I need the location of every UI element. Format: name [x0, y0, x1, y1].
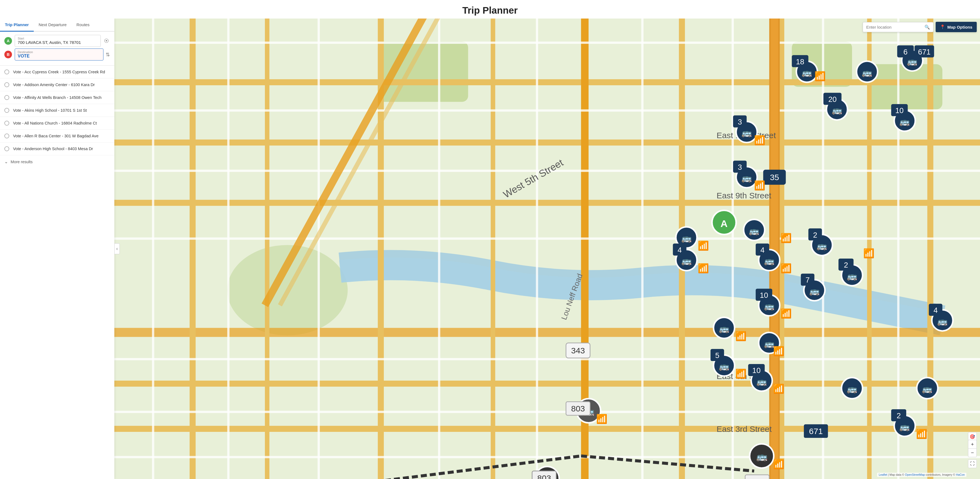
collapse-panel-button[interactable]: ‹ — [115, 243, 120, 254]
svg-text:2: 2 — [844, 261, 848, 269]
location-search-box[interactable]: 🔍 — [863, 22, 934, 32]
svg-text:🚌: 🚌 — [922, 384, 932, 394]
svg-text:📶: 📶 — [698, 263, 709, 274]
svg-rect-26 — [115, 456, 980, 458]
svg-rect-28 — [227, 19, 229, 479]
svg-text:📶: 📶 — [916, 429, 928, 439]
page-title: Trip Planner — [0, 5, 980, 16]
destination-field[interactable]: Destination VOTE — [15, 48, 103, 61]
svg-text:📶: 📶 — [735, 368, 747, 379]
swap-button[interactable]: ⇅ — [106, 51, 110, 58]
result-item[interactable]: Vote - Anderson High School - 8403 Mesa … — [0, 142, 115, 155]
map-background[interactable]: West 5th Street East 10th Street East 9t… — [115, 19, 980, 479]
svg-rect-23 — [115, 238, 980, 240]
destination-value: VOTE — [18, 54, 30, 58]
map-fullscreen-button[interactable]: ⛶ — [968, 459, 977, 468]
svg-text:5: 5 — [715, 351, 719, 360]
svg-text:🚌: 🚌 — [719, 361, 729, 371]
result-text: Vote - Affinity At Wells Branch - 14508 … — [13, 95, 102, 100]
svg-text:📶: 📶 — [754, 180, 765, 191]
svg-text:🚌: 🚌 — [937, 316, 948, 326]
map-attribution: Leaflet | Map data © OpenStreetMap contr… — [877, 473, 966, 477]
svg-text:📶: 📶 — [780, 263, 792, 274]
tab-routes[interactable]: Routes — [72, 19, 94, 32]
svg-rect-7 — [115, 200, 980, 206]
planner-form: A Start 700 LAVACA ST, Austin, TX 78701 … — [0, 32, 115, 65]
start-field[interactable]: Start 700 LAVACA ST, Austin, TX 78701 — [15, 35, 101, 47]
svg-text:A: A — [721, 218, 728, 229]
svg-text:📶: 📶 — [863, 248, 875, 259]
result-item[interactable]: Vote - Addison Amenity Center - 6100 Kar… — [0, 78, 115, 91]
svg-text:📶: 📶 — [780, 233, 792, 244]
map-svg: West 5th Street East 10th Street East 9t… — [115, 19, 980, 479]
svg-rect-5 — [115, 79, 980, 85]
destination-field-row: B Destination VOTE ⇅ — [4, 48, 110, 61]
svg-text:🚌: 🚌 — [681, 233, 692, 243]
result-item[interactable]: Vote - All Nations Church - 16804 Radhol… — [0, 117, 115, 130]
locate-me-button[interactable]: ⦿ — [103, 37, 110, 45]
destination-label: Destination — [18, 50, 100, 54]
svg-text:📶: 📶 — [735, 331, 747, 342]
svg-rect-0 — [115, 19, 980, 479]
location-search-input[interactable] — [866, 25, 923, 29]
map-options-icon: 📍 — [940, 24, 945, 29]
svg-rect-21 — [115, 109, 980, 112]
svg-text:📶: 📶 — [773, 346, 784, 357]
svg-text:4: 4 — [760, 246, 764, 254]
svg-text:2: 2 — [813, 231, 817, 239]
map-options-button[interactable]: 📍 Map Options — [935, 22, 977, 32]
hacon-link[interactable]: HaCon — [956, 473, 965, 476]
svg-text:🚌: 🚌 — [741, 128, 752, 138]
svg-text:671: 671 — [918, 48, 931, 56]
marker-a: A — [4, 37, 12, 45]
tab-next-departure[interactable]: Next Departure — [34, 19, 72, 32]
svg-text:📶: 📶 — [773, 383, 784, 394]
svg-text:🚌: 🚌 — [899, 117, 910, 127]
svg-rect-31 — [536, 19, 538, 479]
result-radio — [4, 121, 9, 126]
svg-text:4: 4 — [678, 246, 682, 254]
svg-text:10: 10 — [895, 106, 904, 115]
svg-text:🚌: 🚌 — [847, 384, 857, 394]
svg-text:🚌: 🚌 — [749, 226, 759, 236]
leaflet-link[interactable]: Leaflet — [879, 473, 887, 476]
start-label: Start — [18, 37, 98, 40]
start-value: 700 LAVACA ST, Austin, TX 78701 — [18, 40, 81, 45]
svg-rect-19 — [927, 19, 933, 479]
svg-text:📶: 📶 — [773, 459, 784, 470]
svg-text:📶: 📶 — [698, 240, 709, 251]
svg-rect-6 — [115, 139, 980, 145]
result-radio — [4, 134, 9, 139]
svg-text:2: 2 — [897, 412, 901, 420]
result-item[interactable]: Vote - Acc Cypress Creek - 1555 Cypress … — [0, 65, 115, 78]
svg-text:🚌: 🚌 — [907, 56, 917, 67]
result-item[interactable]: Vote - Affinity At Wells Branch - 14508 … — [0, 91, 115, 104]
svg-text:East 9th Street: East 9th Street — [716, 191, 772, 200]
result-item[interactable]: Vote - Akins High School - 10701 S 1st S… — [0, 104, 115, 117]
svg-rect-39 — [771, 19, 778, 479]
svg-rect-14 — [491, 19, 495, 479]
map-area: West 5th Street East 10th Street East 9t… — [115, 19, 980, 479]
svg-rect-32 — [641, 19, 644, 479]
result-text: Vote - All Nations Church - 16804 Radhol… — [13, 121, 97, 125]
svg-text:🚌: 🚌 — [809, 286, 820, 296]
svg-text:📶: 📶 — [596, 414, 608, 425]
start-field-row: A Start 700 LAVACA ST, Austin, TX 78701 … — [4, 35, 110, 47]
openstreetmap-link[interactable]: OpenStreetMap — [905, 473, 925, 476]
tab-trip-planner[interactable]: Trip Planner — [0, 19, 34, 32]
svg-text:📶: 📶 — [754, 135, 765, 146]
more-results-button[interactable]: ⌄ More results — [0, 155, 115, 168]
result-item[interactable]: Vote - Allen R Baca Center - 301 W Bagda… — [0, 130, 115, 142]
svg-text:6: 6 — [904, 48, 908, 56]
zoom-out-button[interactable]: − — [968, 449, 977, 457]
svg-text:🚌: 🚌 — [741, 173, 752, 183]
svg-text:18: 18 — [796, 57, 804, 66]
zoom-in-button[interactable]: + — [968, 440, 977, 449]
svg-text:🚌: 🚌 — [719, 324, 729, 334]
svg-rect-11 — [190, 19, 196, 479]
result-text: Vote - Akins High School - 10701 S 1st S… — [13, 108, 87, 113]
more-results-label: More results — [11, 160, 33, 164]
svg-text:801: 801 — [750, 477, 764, 479]
svg-rect-30 — [438, 19, 440, 479]
chevron-down-icon: ⌄ — [4, 159, 8, 164]
